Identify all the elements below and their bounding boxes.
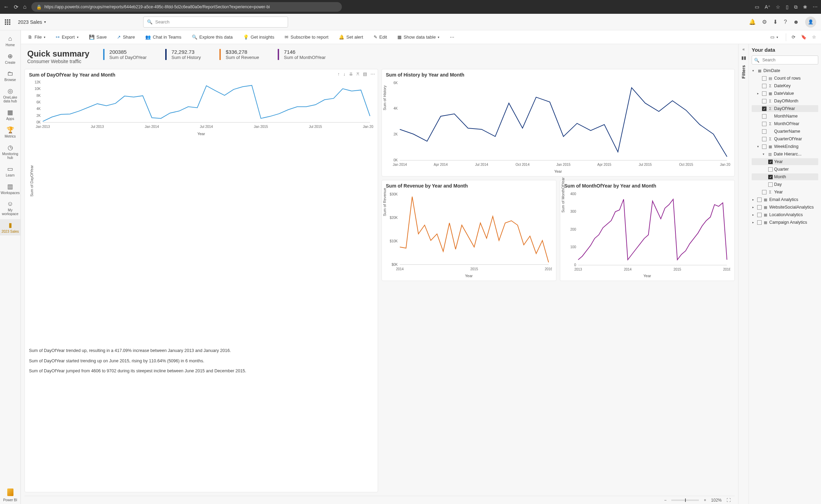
visual-more-icon[interactable]: ⋯ [370,71,375,77]
visual-history[interactable]: Sum of History by Year and Month Sum of … [382,69,735,177]
svg-text:Jan 2015: Jan 2015 [556,163,571,167]
app-mode-icon[interactable]: ▭ [755,4,759,10]
nav-apps[interactable]: ▦Apps [0,107,20,123]
copilot-icon[interactable]: ❀ [803,4,807,10]
table-website-analytics[interactable]: ▸▦WebsiteSocialAnalytics [752,204,818,211]
refresh-visuals-icon[interactable]: ⟳ [792,34,795,40]
nav-my-workspace[interactable]: ☺My workspace [0,198,20,218]
field-monthofyear[interactable]: ΣMonthOfYear [752,120,818,127]
settings-icon[interactable]: ⚙ [762,19,767,25]
kpi-revenue[interactable]: $336,278 Sum of Revenue [219,49,264,60]
nav-home[interactable]: ⌂Home [0,33,20,49]
expand-filters-icon[interactable]: « [742,47,745,52]
field-year[interactable]: ✓Year [752,158,818,165]
data-search[interactable]: 🔍 [752,56,818,64]
insights-button[interactable]: 💡Get insights [241,33,277,41]
fit-page-icon[interactable]: ⛶ [726,498,731,503]
kpi-dayofyear[interactable]: 200385 Sum of DayOfYear [103,49,151,60]
collections-icon[interactable]: ▯ [786,4,789,10]
focus-mode-icon[interactable]: ▧ [363,71,367,77]
nav-current-report[interactable]: ▮2023 Sales [0,219,20,235]
hierarchy-icon[interactable]: ⚻ [356,71,359,77]
summary-row: Quick summary Consumer Website traffic 2… [24,48,735,65]
nav-browse[interactable]: 🗀Browse [0,68,20,84]
explore-button[interactable]: 🔍Explore this data [190,33,235,41]
help-icon[interactable]: ? [784,19,787,25]
bulb-icon: 💡 [243,34,249,40]
chat-teams-button[interactable]: 👥Chat in Teams [143,33,184,41]
drill-down-icon[interactable]: ↓ [343,71,346,77]
edit-button[interactable]: ✎Edit [372,33,389,41]
field-dayofyear[interactable]: ✓ΣDayOfYear [752,105,818,112]
share-button[interactable]: ↗Share [115,33,137,41]
drill-up-icon[interactable]: ↑ [338,71,340,77]
refresh-icon[interactable]: ⟳ [14,4,18,10]
data-search-input[interactable] [762,57,816,63]
export-menu[interactable]: ↦Export▾ [54,33,81,41]
read-aloud-icon[interactable]: A⁺ [765,4,770,10]
zoom-in-button[interactable]: + [704,498,706,503]
notifications-icon[interactable]: 🔔 [749,19,756,25]
pencil-icon: ✎ [374,34,377,40]
datatable-button[interactable]: ▦Show data table▾ [395,33,442,41]
field-date-hierarchy[interactable]: ▾▥Date Hierarc... [752,151,818,158]
field-datevalue[interactable]: ▸▦DateValue [752,90,818,97]
url-bar[interactable]: 🔒 https://app.powerbi.com/groups/me/repo… [31,2,342,12]
filters-pane-collapsed[interactable]: « ▮▮ Filters [738,44,749,504]
save-button[interactable]: 💾Save [87,33,109,41]
account-avatar[interactable]: 👤 [805,17,816,28]
subscribe-button[interactable]: ✉Subscribe to report [283,33,330,41]
field-quartername[interactable]: QuarterName [752,128,818,135]
nav-metrics[interactable]: 🏆Metrics [0,124,20,140]
table-campaign-analytics[interactable]: ▸▦Campaign Analytics [752,219,818,226]
nav-monitoring[interactable]: ◷Monitoring hub [0,142,20,162]
star-icon[interactable]: ☆ [812,34,816,40]
back-icon[interactable]: ← [3,4,9,10]
report-name-dropdown[interactable]: 2023 Sales ▾ [15,18,49,26]
field-dayofmonth[interactable]: ΣDayOfMonth [752,98,818,104]
field-year2[interactable]: ΣYear [752,189,818,195]
table-dimdate[interactable]: ▾▦DimDate [752,67,818,74]
extensions-icon[interactable]: ⧉ [794,4,798,10]
kpi-monthofyear[interactable]: 7146 Sum of MonthOfYear [278,49,330,60]
kpi-history[interactable]: 72,292.73 Sum of History [165,49,206,60]
visual-dayofyear[interactable]: Sum of DayOfYear by Year and Month ↑ ↓ ⇊… [24,69,378,492]
file-menu[interactable]: 🗎File▾ [26,33,48,41]
table-location-analytics[interactable]: ▸▦LocationAnalytics [752,211,818,218]
feedback-icon[interactable]: ☻ [793,19,799,25]
nav-create[interactable]: ⊕Create [0,50,20,67]
global-search[interactable]: 🔍 Search [143,17,288,28]
favorite-icon[interactable]: ☆ [776,4,780,10]
field-day[interactable]: Day [752,181,818,188]
expand-down-icon[interactable]: ⇊ [349,71,353,77]
visual-monthofyear[interactable]: Sum of MonthOfYear by Year and Month Sum… [560,180,735,281]
view-mode-button[interactable]: ▭ ▾ [768,33,780,41]
app-launcher-icon[interactable] [5,19,10,25]
chart-revenue: $0K$10K$20K$30K201420152016 [386,190,552,274]
field-count-of-rows[interactable]: ▤Count of rows [752,75,818,82]
table-email-analytics[interactable]: ▸▦Email Analytics [752,196,818,203]
url-text: https://app.powerbi.com/groups/me/report… [44,4,270,9]
nav-learn[interactable]: ▭Learn [0,163,20,179]
field-weekending[interactable]: ▾▦WeekEnding [752,143,818,150]
alert-button[interactable]: 🔔Set alert [337,33,365,41]
field-datekey[interactable]: ΣDateKey [752,82,818,89]
field-quarter[interactable]: Quarter [752,166,818,173]
nav-workspaces[interactable]: ▥Workspaces [0,181,20,197]
download-icon[interactable]: ⬇ [773,19,778,25]
visual-revenue[interactable]: Sum of Revenue by Year and Month Sum of … [382,180,556,281]
home-icon[interactable]: ⌂ [23,4,27,10]
data-pane: Your data 🔍 ▾▦DimDate ▤Count of rows ΣDa… [749,44,821,504]
visual-title: Sum of MonthOfYear by Year and Month [564,183,730,189]
field-month[interactable]: ✓Month [752,173,818,180]
report-toolbar: 🗎File▾ ↦Export▾ 💾Save ↗Share 👥Chat in Te… [21,30,821,44]
svg-text:2014: 2014 [396,267,404,271]
field-quarterofyear[interactable]: ΣQuarterOfYear [752,135,818,142]
field-monthname[interactable]: MonthName [752,113,818,120]
nav-powerbi[interactable]: Power BI [0,486,20,504]
overflow-icon[interactable]: ⋯ [813,4,818,10]
zoom-out-button[interactable]: − [664,498,666,503]
toolbar-overflow[interactable]: ⋯ [448,33,456,41]
bookmark-icon[interactable]: 🔖 [801,34,807,40]
nav-onelake[interactable]: ◎OneLake data hub [0,85,20,105]
